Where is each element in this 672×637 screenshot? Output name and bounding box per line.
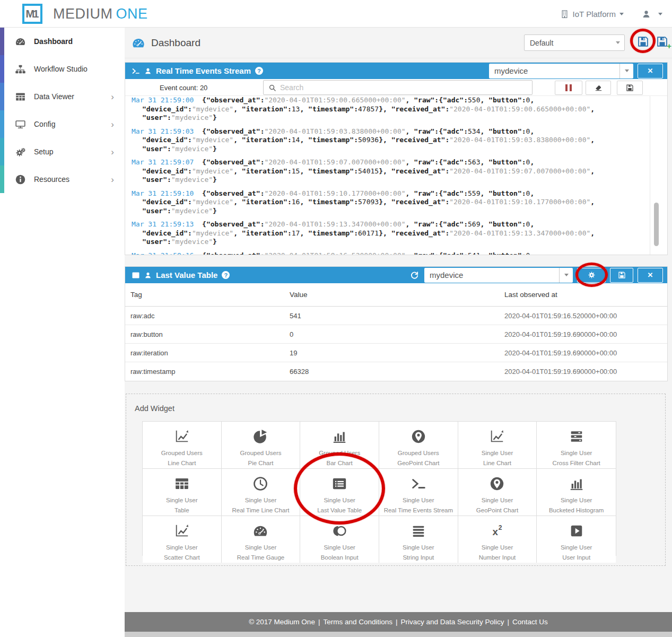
events-stream-header: Real Time Events Stream ? mydevice ✕ bbox=[125, 63, 667, 79]
help-icon[interactable]: ? bbox=[255, 67, 263, 75]
clear-stream-button[interactable] bbox=[586, 81, 611, 95]
sidebar-item-resources[interactable]: Resources› bbox=[0, 165, 125, 193]
widget-type-label: GeoPoint Chart bbox=[476, 505, 518, 516]
save-icon bbox=[618, 271, 626, 279]
add-widget-single-user-real-time-line-chart[interactable]: Single UserReal Time Line Chart bbox=[222, 469, 301, 516]
footer-link-privacy-and-data-security-policy[interactable]: Privacy and Data Security Policy bbox=[401, 618, 504, 626]
widget-group-label: Single User bbox=[324, 495, 355, 505]
sidebar-item-data-viewer[interactable]: Data Viewer› bbox=[0, 83, 125, 110]
cell-value: 541 bbox=[290, 312, 504, 320]
cell-value: 19 bbox=[290, 349, 504, 357]
add-widget-single-user-last-value-table[interactable]: Single UserLast Value Table bbox=[300, 469, 379, 516]
save-widget-button[interactable] bbox=[610, 268, 633, 283]
pause-icon bbox=[565, 84, 572, 91]
widget-group-label: Single User bbox=[403, 495, 434, 505]
top-bar: M1 MEDIUMONE IoT Platform bbox=[0, 0, 672, 28]
save-as-new-dashboard-button[interactable]: + bbox=[656, 36, 668, 48]
last-value-table-widget: Last Value Table ? mydevice ✕ Tag Value … bbox=[125, 266, 668, 381]
sidebar-item-label: Workflow Studio bbox=[34, 65, 88, 73]
log-entry: Mar 31 21:59:13 {"observed_at":"2020-04-… bbox=[132, 220, 630, 247]
add-widget-single-user-bucketed-histogram[interactable]: Single UserBucketed Histogram bbox=[537, 469, 616, 516]
widget-group-label: Single User bbox=[482, 448, 513, 458]
footer-separator: | bbox=[396, 618, 398, 626]
table-header-row: Tag Value Last observed at bbox=[125, 283, 667, 307]
svg-text:2: 2 bbox=[499, 524, 502, 531]
pause-stream-button[interactable] bbox=[555, 81, 582, 95]
add-widget-single-user-cross-filter-chart[interactable]: Single UserCross Filter Chart bbox=[537, 422, 616, 469]
device-select[interactable]: mydevice bbox=[424, 268, 573, 283]
widget-type-label: Cross Filter Chart bbox=[553, 458, 600, 468]
sidebar-color-band bbox=[0, 165, 4, 193]
dashboard-select[interactable]: Default bbox=[524, 34, 625, 51]
cell-value: 66328 bbox=[290, 368, 504, 376]
close-widget-button[interactable]: ✕ bbox=[638, 64, 663, 78]
save-dashboard-button[interactable] bbox=[637, 36, 649, 48]
add-widget-single-user-table[interactable]: Single UserTable bbox=[143, 469, 222, 516]
add-widget-grouped-users-pie-chart[interactable]: Grouped UsersPie Chart bbox=[222, 422, 301, 469]
main-content: Dashboard Default + Real Time Events Str… bbox=[125, 28, 672, 637]
search-icon bbox=[268, 84, 276, 92]
add-widget-single-user-scatter-chart[interactable]: Single UserScatter Chart bbox=[143, 516, 222, 563]
widget-group-label: Grouped Users bbox=[398, 448, 439, 458]
user-menu[interactable] bbox=[642, 10, 662, 19]
table-row: raw:adc5412020-04-01T01:59:16.520000+00:… bbox=[125, 307, 667, 325]
list-alt-icon bbox=[331, 476, 347, 492]
globe-icon bbox=[489, 476, 505, 492]
sidebar-item-workflow-studio[interactable]: Workflow Studio bbox=[0, 55, 125, 83]
logo-text: M1 bbox=[26, 8, 38, 20]
add-widget-single-user-string-input[interactable]: Single UserString Input bbox=[379, 516, 458, 563]
widget-type-label: Pie Chart bbox=[248, 458, 274, 468]
widget-title: Real Time Events Stream bbox=[156, 66, 251, 75]
building-icon bbox=[560, 10, 569, 19]
chevron-down-icon bbox=[619, 13, 624, 15]
footer-link-terms-and-conditions[interactable]: Terms and Conditions bbox=[323, 618, 392, 626]
cell-value: 0 bbox=[290, 330, 504, 338]
chevron-right-icon: › bbox=[111, 120, 114, 129]
page-title: Dashboard bbox=[151, 37, 200, 49]
add-widget-single-user-user-input[interactable]: Single UserUser Input bbox=[537, 516, 616, 563]
refresh-icon[interactable] bbox=[410, 270, 419, 280]
device-select-value: mydevice bbox=[489, 66, 619, 75]
add-widget-single-user-number-input[interactable]: x2Single UserNumber Input bbox=[458, 516, 537, 563]
add-widget-single-user-geopoint-chart[interactable]: Single UserGeoPoint Chart bbox=[458, 469, 537, 516]
terminal-icon bbox=[132, 67, 140, 75]
chevron-right-icon: › bbox=[111, 175, 114, 184]
widget-type-label: Bucketed Histogram bbox=[549, 505, 604, 516]
sidebar-color-band bbox=[0, 55, 4, 83]
scrollbar-track bbox=[650, 96, 650, 255]
device-select[interactable]: mydevice bbox=[489, 64, 633, 78]
save-stream-button[interactable] bbox=[617, 81, 643, 95]
add-widget-single-user-boolean-input[interactable]: Single UserBoolean Input bbox=[300, 516, 379, 563]
pie-chart-icon bbox=[252, 429, 268, 444]
sidebar-item-config[interactable]: Config› bbox=[0, 110, 125, 138]
widget-type-label: User Input bbox=[562, 553, 590, 563]
line-chart-icon bbox=[174, 523, 190, 539]
add-widget-title: Add Widget bbox=[135, 404, 174, 413]
close-widget-button[interactable]: ✕ bbox=[638, 268, 663, 283]
log-timestamp: Mar 31 21:59:07 bbox=[132, 158, 202, 166]
add-widget-panel: Add Widget Grouped UsersLine ChartGroupe… bbox=[126, 394, 666, 566]
plus-icon: + bbox=[667, 42, 671, 50]
footer-link-contact-us[interactable]: Contact Us bbox=[512, 618, 548, 626]
eraser-icon bbox=[595, 84, 603, 92]
help-icon[interactable]: ? bbox=[222, 271, 230, 279]
cell-tag: raw:timestamp bbox=[125, 368, 290, 376]
medium-one-logo[interactable]: M1 bbox=[22, 4, 42, 24]
add-widget-grouped-users-bar-chart[interactable]: Grouped UsersBar Chart bbox=[300, 422, 379, 469]
sidebar-item-setup[interactable]: Setup› bbox=[0, 138, 125, 165]
add-widget-single-user-real-time-events-stream[interactable]: Single UserReal Time Events Stream bbox=[379, 469, 458, 516]
column-header-value: Value bbox=[290, 291, 504, 299]
add-widget-grouped-users-geopoint-chart[interactable]: Grouped UsersGeoPoint Chart bbox=[379, 422, 458, 469]
add-widget-single-user-real-time-gauge[interactable]: Single UserReal Time Gauge bbox=[222, 516, 301, 563]
add-widget-single-user-line-chart[interactable]: Single UserLine Chart bbox=[458, 422, 537, 469]
sidebar-item-dashboard[interactable]: Dashboard bbox=[0, 28, 125, 55]
sidebar-color-band bbox=[0, 28, 4, 55]
scrollbar-thumb[interactable] bbox=[654, 203, 659, 246]
add-widget-grouped-users-line-chart[interactable]: Grouped UsersLine Chart bbox=[143, 422, 222, 469]
widget-group-label: Grouped Users bbox=[161, 448, 203, 458]
footer-separator: | bbox=[318, 618, 320, 626]
search-input[interactable] bbox=[280, 83, 532, 92]
platform-menu[interactable]: IoT Platform bbox=[560, 10, 624, 19]
widget-settings-button[interactable] bbox=[577, 268, 606, 283]
toggle-icon bbox=[331, 523, 347, 539]
